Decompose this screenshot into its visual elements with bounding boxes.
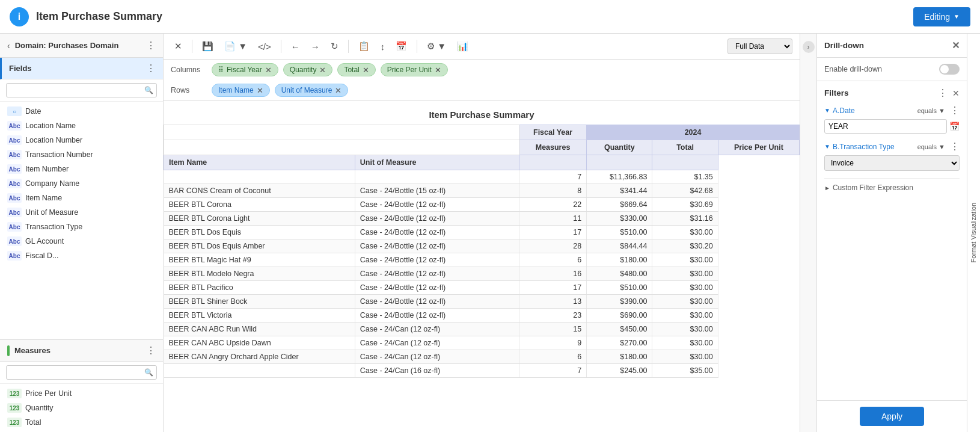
filter-a-calendar-icon[interactable]: 📅 (949, 122, 960, 131)
abc-icon: Abc (7, 251, 22, 261)
fields-menu-icon[interactable]: ⋮ (146, 63, 156, 74)
custom-filter-row[interactable]: ► Custom Filter Expression (824, 178, 960, 197)
field-item-item-number[interactable]: Abc Item Number (0, 162, 163, 176)
cell-quantity: 23 (519, 309, 586, 322)
fields-section-header[interactable]: Fields ⋮ (0, 58, 163, 79)
field-item-transaction-number[interactable]: Abc Transaction Number (0, 147, 163, 162)
field-item-date[interactable]: ○ Date (0, 104, 163, 119)
format-visualization-tab[interactable]: Format Visualization (967, 196, 980, 270)
full-data-select[interactable]: Full Data Sample Data (727, 39, 792, 54)
cell-total: $330.00 (587, 212, 652, 226)
sort-button[interactable]: ↕ (377, 39, 389, 54)
field-label: GL Account (25, 237, 64, 245)
measures-header[interactable]: Measures ⋮ (0, 340, 163, 362)
col-tag-close-price-per-unit[interactable]: ✕ (435, 66, 441, 74)
col-tag-fiscal-year[interactable]: ⠿ Fiscal Year ✕ (212, 63, 278, 76)
field-item-location-number[interactable]: Abc Location Number (0, 133, 163, 147)
filter-a-input[interactable] (824, 119, 947, 134)
measures-menu-icon[interactable]: ⋮ (146, 345, 156, 356)
measure-quantity[interactable]: 123 Quantity (0, 401, 163, 415)
col-tag-close-fiscal-year[interactable]: ✕ (265, 66, 272, 74)
cell-quantity: 11 (519, 212, 586, 226)
expand-right-panel-icon[interactable]: › (803, 41, 815, 53)
abc-icon: Abc (7, 164, 22, 174)
cell-total: $844.44 (587, 239, 652, 253)
copy-button[interactable]: 📋 (355, 39, 373, 54)
drilldown-header: Drill-down ✕ (817, 34, 967, 58)
filters-menu-icon[interactable]: ⋮ (938, 87, 948, 99)
col-tag-label: Fiscal Year (227, 66, 262, 74)
settings-button[interactable]: ⚙ ▼ (423, 39, 450, 54)
cell-price-per-unit: $30.20 (652, 239, 718, 253)
export-button[interactable]: 📄 ▼ (221, 39, 251, 54)
col-tag-close-total[interactable]: ✕ (363, 66, 369, 74)
chart-button[interactable]: 📊 (453, 39, 472, 54)
right-panel: Drill-down ✕ Enable drill-down Filters ⋮… (816, 34, 967, 432)
cell-item-name (164, 364, 355, 378)
filter-b-select[interactable]: Invoice (824, 155, 960, 171)
uom-col-header: Unit of Measure (355, 155, 519, 170)
apply-button[interactable]: Apply (860, 407, 924, 426)
cell-price-per-unit: $30.00 (652, 295, 718, 309)
collapse-sidebar-icon[interactable]: ‹ (7, 41, 10, 51)
cell-item-name: BEER BTL Corona (164, 198, 355, 212)
row-tag-label: Item Name (218, 86, 254, 94)
measure-price-per-unit[interactable]: 123 Price Per Unit (0, 386, 163, 401)
filter-b-condition[interactable]: equals ▼ (917, 143, 945, 150)
fields-search-input[interactable] (6, 83, 157, 97)
code-button[interactable]: </> (254, 39, 275, 54)
cell-price-per-unit: $35.00 (652, 364, 718, 378)
domain-header: ‹ Domain: Purchases Domain ⋮ (0, 34, 163, 58)
col-tag-total[interactable]: Total ✕ (337, 63, 375, 76)
cell-total: $480.00 (587, 267, 652, 281)
measure-total[interactable]: 123 Total (0, 415, 163, 430)
col-tag-close-quantity[interactable]: ✕ (319, 66, 326, 74)
field-item-gl-account[interactable]: Abc GL Account (0, 234, 163, 248)
cell-quantity: 6 (519, 253, 586, 267)
filter-a-condition[interactable]: equals ▼ (917, 107, 945, 114)
cell-quantity: 17 (519, 226, 586, 239)
enable-drilldown-toggle[interactable] (939, 64, 960, 75)
table-row: BEER BTL Magic Hat #9 Case - 24/Bottle (… (164, 253, 800, 267)
filters-close-icon[interactable]: ✕ (952, 88, 960, 98)
cell-uom: Case - 24/Bottle (12 oz-fl) (355, 295, 519, 309)
table-row: BAR CONS Cream of Coconut Case - 24/Bott… (164, 184, 800, 198)
filter-b-label-row[interactable]: ▼ B.Transaction Type equals ▼ ⋮ (824, 141, 960, 152)
row-tag-unit-of-measure[interactable]: Unit of Measure ✕ (275, 84, 349, 97)
refresh-button[interactable]: ↻ (327, 39, 342, 54)
row-tag-close-item-name[interactable]: ✕ (257, 87, 263, 94)
field-item-transaction-type[interactable]: Abc Transaction Type (0, 220, 163, 234)
editing-button[interactable]: Editing ▼ (913, 7, 970, 26)
table-row: BEER BTL Corona Case - 24/Bottle (12 oz-… (164, 198, 800, 212)
field-item-unit-of-measure[interactable]: Abc Unit of Measure (0, 205, 163, 220)
col-tag-price-per-unit[interactable]: Price Per Unit ✕ (381, 63, 448, 76)
fields-list: ○ Date Abc Location Name Abc Location Nu… (0, 102, 163, 339)
field-label: Item Name (25, 194, 62, 202)
qty-col-header (519, 155, 586, 170)
cell-total: $669.64 (587, 198, 652, 212)
drilldown-close-icon[interactable]: ✕ (952, 40, 960, 51)
filter-b-menu-icon[interactable]: ⋮ (950, 141, 960, 152)
filter-a-menu-icon[interactable]: ⋮ (950, 105, 960, 116)
col-tag-quantity[interactable]: Quantity ✕ (283, 63, 333, 76)
cell-quantity: 7 (519, 364, 586, 378)
calendar-button[interactable]: 📅 (392, 39, 411, 54)
filters-section: Filters ⋮ ✕ ▼ A.Date equals ▼ ⋮ (817, 81, 967, 400)
field-item-fiscal-d[interactable]: Abc Fiscal D... (0, 248, 163, 263)
row-tag-close-unit-of-measure[interactable]: ✕ (335, 87, 341, 94)
cell-total: $245.00 (587, 364, 652, 378)
save-button[interactable]: 💾 (198, 39, 217, 54)
rows-label: Rows (171, 86, 207, 94)
undo-button[interactable]: ← (287, 39, 304, 54)
redo-button[interactable]: → (307, 39, 323, 54)
drilldown-row: Enable drill-down (824, 64, 960, 75)
row-tag-item-name[interactable]: Item Name ✕ (212, 84, 270, 97)
measures-search-input[interactable] (6, 365, 157, 380)
filter-a-label-row[interactable]: ▼ A.Date equals ▼ ⋮ (824, 105, 960, 116)
cell-uom: Case - 24/Can (12 oz-fl) (355, 322, 519, 336)
field-item-company-name[interactable]: Abc Company Name (0, 176, 163, 191)
domain-menu-icon[interactable]: ⋮ (146, 40, 156, 51)
field-item-item-name[interactable]: Abc Item Name (0, 191, 163, 205)
close-button[interactable]: ✕ (171, 39, 186, 54)
field-item-location-name[interactable]: Abc Location Name (0, 119, 163, 133)
